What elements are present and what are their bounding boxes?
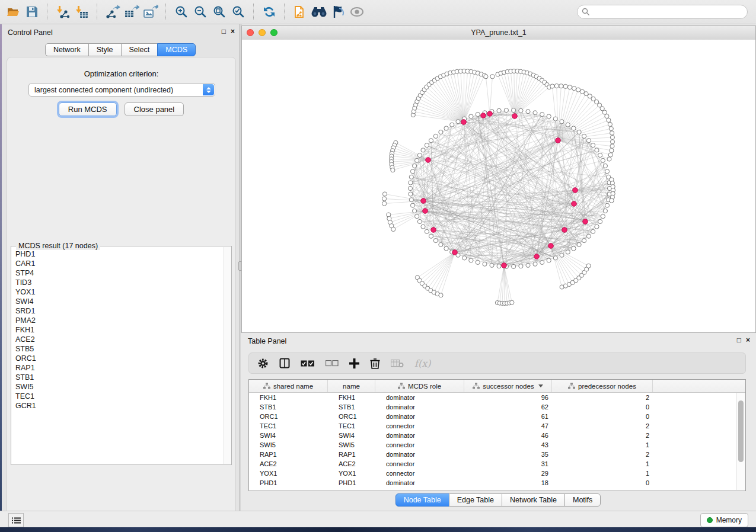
mcds-result-item[interactable]: PHD1 (15, 249, 224, 259)
network-window-titlebar[interactable]: YPA_prune.txt_1 (242, 26, 755, 40)
zoom-out-button[interactable] (191, 2, 210, 21)
cell-name[interactable]: PHD1 (328, 479, 375, 486)
show-panels-button[interactable] (8, 513, 24, 527)
save-session-button[interactable] (23, 2, 42, 21)
cell-predecessor-nodes[interactable]: 2 (552, 394, 653, 401)
mcds-result-item[interactable]: SWI4 (15, 297, 224, 306)
cell-successor-nodes[interactable]: 47 (464, 422, 552, 430)
node-table[interactable]: shared namenameMCDS rolesuccessor nodesp… (248, 379, 746, 491)
mcds-result-item[interactable]: STB5 (15, 344, 224, 354)
export-image-button[interactable] (141, 2, 160, 21)
add-row-button[interactable] (349, 358, 359, 368)
delete-rows-button[interactable] (370, 358, 380, 369)
import-network-button[interactable] (53, 2, 72, 21)
network-canvas[interactable] (242, 40, 755, 332)
network-graph[interactable] (242, 40, 755, 332)
mcds-result-scrollbar[interactable] (224, 247, 231, 464)
cell-predecessor-nodes[interactable]: 0 (552, 479, 653, 486)
cell-successor-nodes[interactable]: 46 (464, 432, 552, 439)
cell-successor-nodes[interactable]: 29 (464, 470, 552, 477)
cell-shared-name[interactable]: RAP1 (249, 451, 328, 458)
select-all-button[interactable] (301, 360, 315, 367)
mcds-result-item[interactable]: YOX1 (15, 287, 224, 297)
mcds-result-list[interactable]: PHD1CAR1STP4TID3YOX1SWI4SRD1PMA2FKH1ACE2… (11, 249, 224, 463)
mcds-result-item[interactable]: RAP1 (15, 363, 224, 373)
cell-name[interactable]: SWI5 (328, 441, 375, 448)
mcds-result-item[interactable]: STB1 (15, 373, 224, 382)
tab-style[interactable]: Style (88, 43, 122, 56)
mcds-result-item[interactable]: FKH1 (15, 325, 224, 335)
cell-name[interactable]: TEC1 (328, 422, 375, 430)
close-panel-button[interactable]: Close panel (125, 102, 184, 116)
column-header-successor-nodes[interactable]: successor nodes (464, 380, 552, 392)
cell-shared-name[interactable]: ORC1 (249, 413, 328, 420)
cell-MCDS-role[interactable]: connector (375, 460, 464, 467)
maximize-window-icon[interactable] (270, 29, 277, 36)
table-row[interactable]: FKH1FKH1dominator962 (249, 393, 745, 402)
cell-shared-name[interactable]: SWI4 (249, 432, 328, 439)
minimize-window-icon[interactable] (259, 29, 266, 36)
cell-MCDS-role[interactable]: connector (375, 422, 464, 430)
cell-predecessor-nodes[interactable]: 2 (552, 432, 653, 439)
cell-successor-nodes[interactable]: 62 (464, 403, 552, 411)
cell-shared-name[interactable]: ACE2 (249, 460, 328, 467)
table-scrollbar-thumb[interactable] (738, 400, 744, 462)
close-window-icon[interactable] (247, 29, 254, 36)
column-settings-button[interactable] (257, 358, 269, 369)
cell-successor-nodes[interactable]: 61 (464, 413, 552, 420)
cell-name[interactable]: STB1 (328, 403, 375, 411)
zoom-in-button[interactable] (172, 2, 191, 21)
tab-network[interactable]: Network (45, 43, 89, 56)
cell-name[interactable]: ACE2 (328, 460, 375, 467)
table-row[interactable]: YOX1YOX1connector291 (249, 469, 745, 478)
cell-MCDS-role[interactable]: dominator (375, 394, 464, 401)
column-header-name[interactable]: name (328, 380, 375, 392)
mcds-result-item[interactable]: SWI5 (15, 382, 224, 392)
mcds-result-item[interactable]: TID3 (15, 278, 224, 287)
table-row[interactable]: ACE2ACE2connector311 (249, 459, 745, 469)
table-row[interactable]: ORC1ORC1dominator610 (249, 412, 745, 421)
cell-MCDS-role[interactable]: dominator (375, 403, 464, 411)
cell-shared-name[interactable]: PHD1 (249, 479, 328, 486)
table-row[interactable]: SWI5SWI5connector431 (249, 440, 745, 450)
cell-successor-nodes[interactable]: 35 (464, 451, 552, 458)
deselect-all-button[interactable] (326, 360, 339, 367)
mcds-result-item[interactable]: TEC1 (15, 392, 224, 401)
tab-mcds[interactable]: MCDS (157, 43, 196, 56)
close-panel-icon[interactable]: × (231, 28, 235, 35)
cell-successor-nodes[interactable]: 96 (464, 394, 552, 401)
cell-shared-name[interactable]: YOX1 (249, 470, 328, 477)
table-row[interactable]: RAP1RAP1dominator352 (249, 450, 745, 459)
import-table-button[interactable] (72, 2, 91, 21)
cell-shared-name[interactable]: TEC1 (249, 422, 328, 430)
delete-table-button[interactable] (391, 359, 404, 368)
hide-graphics-details-button[interactable] (328, 2, 347, 21)
share-document-button[interactable] (291, 2, 310, 21)
float-panel-icon[interactable]: □ (737, 336, 741, 344)
tab-motifs[interactable]: Motifs (564, 493, 601, 507)
search-network-button[interactable] (310, 2, 328, 21)
search-input[interactable] (577, 5, 748, 19)
tab-select[interactable]: Select (121, 43, 158, 56)
tab-network-table[interactable]: Network Table (502, 493, 565, 507)
cell-MCDS-role[interactable]: connector (375, 441, 464, 448)
column-header-MCDS-role[interactable]: MCDS role (375, 380, 464, 392)
table-scrollbar[interactable] (736, 393, 745, 490)
cell-predecessor-nodes[interactable]: 0 (552, 413, 653, 420)
run-mcds-button[interactable]: Run MCDS (59, 102, 117, 116)
export-table-button[interactable] (122, 2, 141, 21)
cell-shared-name[interactable]: STB1 (249, 403, 328, 411)
zoom-fit-button[interactable] (210, 2, 229, 21)
cell-successor-nodes[interactable]: 43 (464, 441, 552, 448)
tab-node-table[interactable]: Node Table (395, 493, 449, 507)
zoom-selected-button[interactable] (229, 2, 248, 21)
cell-MCDS-role[interactable]: connector (375, 470, 464, 477)
cell-predecessor-nodes[interactable]: 2 (552, 451, 653, 458)
cell-predecessor-nodes[interactable]: 2 (552, 422, 653, 430)
mcds-result-item[interactable]: SRD1 (15, 306, 224, 316)
table-row[interactable]: TEC1TEC1connector472 (249, 421, 745, 431)
cell-predecessor-nodes[interactable]: 1 (552, 441, 653, 448)
criterion-select[interactable]: largest connected component (undirected) (28, 83, 215, 97)
memory-button[interactable]: Memory (700, 513, 748, 527)
mcds-result-item[interactable]: STP4 (15, 268, 224, 278)
